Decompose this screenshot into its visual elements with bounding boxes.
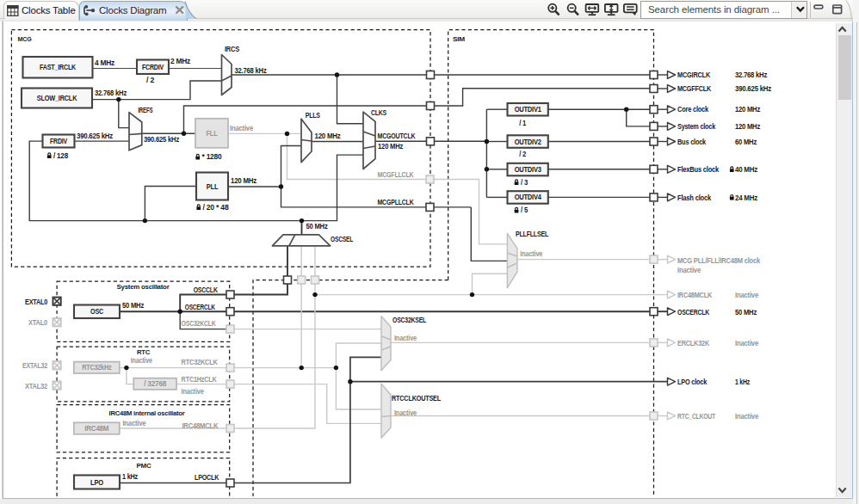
- svg-text:60 MHz: 60 MHz: [735, 138, 757, 146]
- svg-text:MCG: MCG: [18, 35, 32, 43]
- svg-text:PLLFLLSEL: PLLFLLSEL: [516, 230, 548, 238]
- svg-text:ERCLK32K: ERCLK32K: [677, 339, 710, 347]
- svg-text:FLL: FLL: [207, 129, 218, 138]
- svg-text:24 MHz: 24 MHz: [735, 194, 757, 202]
- svg-text:Bus clock: Bus clock: [677, 138, 706, 146]
- svg-text:Inactive: Inactive: [735, 412, 758, 421]
- svg-text:4 MHz: 4 MHz: [95, 58, 114, 67]
- svg-text:OUTDIV3: OUTDIV3: [515, 166, 542, 174]
- svg-text:MCG PLL/FLL/IRC48M clock: MCG PLL/FLL/IRC48M clock: [677, 256, 760, 265]
- svg-text:IRC48M internal oscillator: IRC48M internal oscillator: [109, 409, 185, 417]
- svg-text:/ 128: / 128: [53, 151, 68, 160]
- svg-text:MCGFLLCLK: MCGFLLCLK: [378, 170, 415, 179]
- svg-text:MCGFFCLK: MCGFFCLK: [677, 84, 712, 93]
- svg-text:CLKS: CLKS: [371, 108, 386, 117]
- svg-text:IREFS: IREFS: [138, 106, 152, 114]
- svg-text:/ 2: / 2: [146, 76, 154, 84]
- svg-text:System clock: System clock: [677, 122, 715, 131]
- svg-text:MCGIRCLK: MCGIRCLK: [677, 71, 711, 79]
- svg-text:EXTAL0: EXTAL0: [25, 298, 47, 306]
- svg-text:FRDIV: FRDIV: [50, 138, 68, 145]
- svg-text:OUTDIV4: OUTDIV4: [515, 194, 542, 201]
- svg-text:Inactive: Inactive: [131, 356, 152, 365]
- svg-text:RTCCLKOUTSEL: RTCCLKOUTSEL: [392, 394, 441, 403]
- svg-text:Inactive: Inactive: [735, 339, 758, 347]
- svg-text:32.768 kHz: 32.768 kHz: [735, 71, 767, 79]
- svg-text:EXTAL32: EXTAL32: [22, 361, 47, 370]
- svg-text:Inactive: Inactive: [394, 409, 417, 417]
- svg-text:OSC32KCLK: OSC32KCLK: [182, 319, 217, 328]
- svg-text:1 kHz: 1 kHz: [122, 472, 138, 481]
- svg-text:RTC1HzCLK: RTC1HzCLK: [182, 375, 218, 384]
- svg-text:MCGOUTCLK: MCGOUTCLK: [378, 132, 417, 140]
- svg-text:OUTDIV2: OUTDIV2: [515, 138, 542, 146]
- svg-text:120 MHz: 120 MHz: [735, 105, 760, 114]
- svg-text:FCRDIV: FCRDIV: [142, 64, 164, 71]
- svg-text:120 MHz: 120 MHz: [378, 142, 403, 151]
- svg-text:RTC: RTC: [137, 348, 150, 356]
- svg-text:SLOW_IRCLK: SLOW_IRCLK: [37, 94, 77, 102]
- svg-text:PMC: PMC: [137, 462, 151, 470]
- svg-text:OUTDIV1: OUTDIV1: [515, 106, 542, 114]
- svg-text:System oscillator: System oscillator: [117, 283, 170, 291]
- svg-text:32.768 kHz: 32.768 kHz: [95, 89, 127, 97]
- svg-text:RTC_CLKOUT: RTC_CLKOUT: [677, 412, 716, 421]
- svg-text:IRCS: IRCS: [225, 45, 239, 53]
- svg-text:OSC: OSC: [90, 307, 103, 316]
- svg-text:LPO clock: LPO clock: [677, 378, 707, 386]
- svg-text:Inactive: Inactive: [520, 249, 542, 258]
- svg-text:120 MHz: 120 MHz: [231, 176, 256, 185]
- svg-text:MCGPLLCLK: MCGPLLCLK: [378, 198, 415, 206]
- svg-text:XTAL32: XTAL32: [25, 382, 47, 390]
- svg-text:Inactive: Inactive: [182, 387, 204, 396]
- svg-text:SIM: SIM: [453, 35, 466, 43]
- svg-text:Inactive: Inactive: [230, 124, 253, 132]
- svg-text:FlexBus clock: FlexBus clock: [677, 165, 719, 174]
- svg-text:LPOCLK: LPOCLK: [195, 473, 219, 482]
- svg-text:Inactive: Inactive: [122, 419, 145, 427]
- svg-text:50 MHz: 50 MHz: [122, 301, 144, 310]
- svg-text:OSC32KSEL: OSC32KSEL: [392, 316, 426, 324]
- svg-text:/ 2: / 2: [519, 150, 526, 158]
- svg-text:RTC32KCLK: RTC32KCLK: [182, 358, 219, 366]
- svg-text:XTAL0: XTAL0: [28, 318, 47, 327]
- svg-text:/ 5: / 5: [521, 206, 528, 214]
- svg-text:RTC32kHz: RTC32kHz: [82, 364, 111, 372]
- svg-text:LPO: LPO: [90, 478, 103, 487]
- svg-text:Inactive: Inactive: [394, 334, 417, 342]
- svg-text:Flash clock: Flash clock: [677, 194, 711, 202]
- svg-text:120 MHz: 120 MHz: [735, 122, 760, 131]
- svg-text:Core clock: Core clock: [677, 105, 708, 114]
- svg-text:32.768 kHz: 32.768 kHz: [235, 66, 267, 75]
- svg-text:PLLS: PLLS: [306, 111, 320, 120]
- svg-text:Inactive: Inactive: [735, 291, 758, 299]
- svg-text:390.625 kHz: 390.625 kHz: [77, 132, 113, 140]
- svg-text:/ 3: / 3: [521, 178, 528, 187]
- svg-text:120 MHz: 120 MHz: [315, 132, 341, 140]
- svg-text:OSCERCLK: OSCERCLK: [677, 308, 710, 317]
- svg-text:FAST_IRCLK: FAST_IRCLK: [40, 63, 77, 71]
- svg-text:50 MHz: 50 MHz: [735, 308, 757, 317]
- svg-text:390.625 kHz: 390.625 kHz: [735, 84, 771, 93]
- svg-text:IRC48M: IRC48M: [84, 425, 108, 433]
- svg-text:OSCERCLK: OSCERCLK: [185, 303, 216, 311]
- svg-text:Inactive: Inactive: [677, 266, 701, 274]
- svg-text:IRC48MCLK: IRC48MCLK: [182, 421, 219, 430]
- svg-text:/ 1: / 1: [519, 119, 526, 127]
- svg-text:390.625 kHz: 390.625 kHz: [144, 135, 179, 144]
- svg-text:40 MHz: 40 MHz: [735, 165, 757, 174]
- svg-text:/ 20 * 48: / 20 * 48: [203, 203, 229, 212]
- svg-text:1 kHz: 1 kHz: [735, 378, 750, 386]
- svg-text:PLL: PLL: [207, 182, 219, 191]
- svg-text:2 MHz: 2 MHz: [170, 57, 190, 65]
- svg-text:OSCCLK: OSCCLK: [194, 286, 219, 294]
- svg-text:50 MHz: 50 MHz: [306, 222, 328, 230]
- svg-text:IRC48MCLK: IRC48MCLK: [677, 291, 713, 299]
- svg-text:OSCSEL: OSCSEL: [331, 235, 353, 243]
- svg-text:* 1280: * 1280: [202, 152, 222, 161]
- svg-text:/ 32768: / 32768: [144, 380, 167, 388]
